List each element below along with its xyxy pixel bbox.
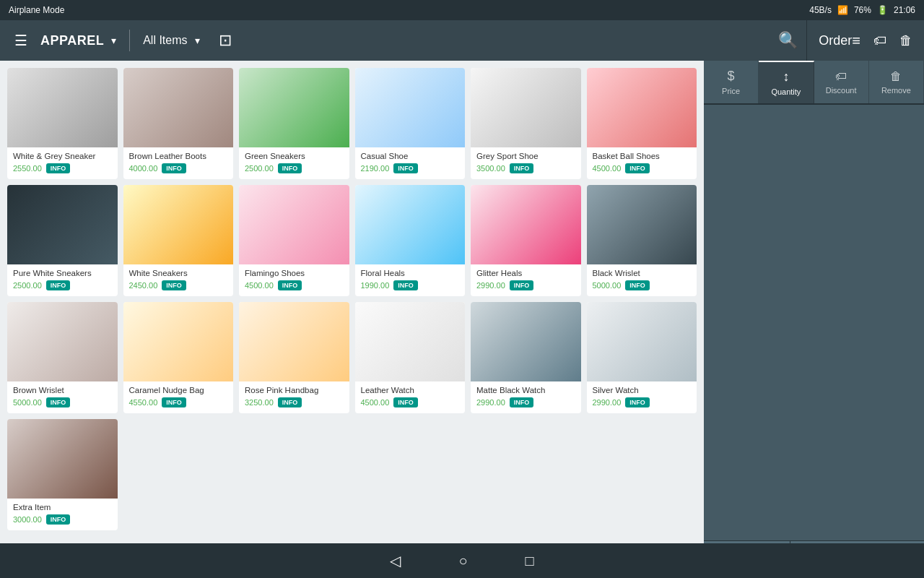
product-info: Leather Watch 4500.00 INFO [355, 381, 466, 413]
product-price-row: 4000.00 INFO [129, 163, 228, 173]
info-badge[interactable]: INFO [46, 397, 71, 407]
order-content [704, 105, 924, 540]
info-badge[interactable]: INFO [510, 280, 534, 290]
photo-icon[interactable]: ⊡ [219, 31, 232, 50]
info-badge[interactable]: INFO [162, 163, 186, 173]
product-info: Extra Item 3000.00 INFO [7, 499, 118, 530]
product-price-row: 2550.00 INFO [13, 163, 112, 173]
product-price: 4500.00 [593, 164, 622, 173]
product-name: Casual Shoe [361, 152, 460, 160]
product-price-row: 2500.00 INFO [245, 163, 344, 173]
product-price-row: 2990.00 INFO [593, 397, 692, 407]
product-card[interactable]: Pure White Sneakers 2500.00 INFO [7, 185, 118, 296]
product-card[interactable]: Glitter Heals 2990.00 INFO [471, 185, 581, 296]
info-badge[interactable]: INFO [510, 397, 534, 407]
info-badge[interactable]: INFO [278, 163, 302, 173]
product-card[interactable]: Brown Leather Boots 4000.00 INFO [123, 68, 234, 179]
product-card[interactable]: Caramel Nudge Bag 4550.00 INFO [123, 302, 234, 413]
product-price: 3500.00 [476, 164, 505, 173]
product-info: White Sneakers 2450.00 INFO [123, 264, 234, 296]
product-name: White & Grey Sneaker [13, 152, 112, 160]
app-name-label: APPAREL [40, 33, 104, 48]
top-bar: ☰ APPAREL ▾ All Items ▾ ⊡ 🔍 [0, 20, 806, 61]
tab-label-quantity: Quantity [771, 87, 801, 96]
product-card[interactable]: Silver Watch 2990.00 INFO [587, 302, 697, 413]
quantity-icon: ↕ [783, 69, 789, 85]
apparel-dropdown-icon[interactable]: ▾ [111, 35, 116, 46]
product-info: Pure White Sneakers 2500.00 INFO [7, 264, 118, 296]
product-name: Caramel Nudge Bag [129, 386, 228, 394]
product-card[interactable]: Floral Heals 1990.00 INFO [355, 185, 466, 296]
product-card[interactable]: Flamingo Shoes 4500.00 INFO [239, 185, 349, 296]
product-price: 3250.00 [245, 398, 274, 407]
product-image [239, 302, 349, 381]
product-card[interactable]: Black Wrislet 5000.00 INFO [587, 185, 697, 296]
status-bar-right: 45B/s 📶 76% 🔋 21:06 [809, 5, 915, 15]
info-badge[interactable]: INFO [393, 280, 418, 290]
product-card[interactable]: Rose Pink Handbag 3250.00 INFO [239, 302, 349, 413]
product-image [355, 185, 466, 264]
product-price: 1990.00 [361, 281, 390, 290]
order-tab-remove[interactable]: 🗑Remove [869, 61, 924, 103]
order-tab-price[interactable]: $Price [704, 61, 759, 103]
info-badge[interactable]: INFO [278, 280, 302, 290]
info-badge[interactable]: INFO [625, 163, 650, 173]
order-tab-discount[interactable]: 🏷Discount [814, 61, 869, 103]
product-card[interactable]: Leather Watch 4500.00 INFO [355, 302, 466, 413]
info-badge[interactable]: INFO [393, 397, 418, 407]
product-card[interactable]: Green Sneakers 2500.00 INFO [239, 68, 349, 179]
info-badge[interactable]: INFO [162, 397, 186, 407]
product-name: Silver Watch [593, 386, 692, 394]
info-badge[interactable]: INFO [278, 397, 302, 407]
product-name: Green Sneakers [245, 152, 344, 160]
list-icon[interactable]: ≡ [852, 33, 860, 49]
product-price-row: 5000.00 INFO [593, 280, 692, 290]
product-card[interactable]: White & Grey Sneaker 2550.00 INFO [7, 68, 118, 179]
product-card[interactable]: Grey Sport Shoe 3500.00 INFO [471, 68, 581, 179]
wifi-icon: 📶 [837, 5, 848, 15]
product-image [587, 185, 697, 264]
hamburger-menu-icon[interactable]: ☰ [9, 26, 33, 55]
product-price-row: 2500.00 INFO [13, 280, 112, 290]
tab-label-discount: Discount [826, 86, 857, 95]
delete-icon[interactable]: 🗑 [899, 33, 912, 48]
product-card[interactable]: Brown Wrislet 5000.00 INFO [7, 302, 118, 413]
all-items-dropdown-icon[interactable]: ▾ [195, 35, 200, 46]
tab-label-price: Price [722, 87, 740, 95]
tag-icon[interactable]: 🏷 [873, 33, 886, 48]
time-display: 21:06 [894, 5, 915, 15]
product-price: 4550.00 [129, 398, 158, 407]
order-tab-quantity[interactable]: ↕Quantity [759, 61, 814, 103]
network-speed: 45B/s [809, 5, 832, 15]
info-badge[interactable]: INFO [625, 397, 650, 407]
back-button[interactable]: ◁ [390, 552, 401, 569]
info-badge[interactable]: INFO [625, 280, 650, 290]
product-info: White & Grey Sneaker 2550.00 INFO [7, 147, 118, 179]
right-top-bar: Order ≡ 🏷 🗑 [806, 20, 924, 61]
product-image [7, 302, 118, 381]
recents-button[interactable]: □ [526, 553, 534, 569]
product-price: 2550.00 [13, 164, 42, 173]
airplane-mode-label: Airplane Mode [9, 5, 64, 15]
info-badge[interactable]: INFO [162, 280, 186, 290]
info-badge[interactable]: INFO [46, 163, 71, 173]
product-name: White Sneakers [129, 269, 228, 277]
product-name: Rose Pink Handbag [245, 386, 344, 394]
product-card[interactable]: Matte Black Watch 2990.00 INFO [471, 302, 581, 413]
product-card[interactable]: Casual Shoe 2190.00 INFO [355, 68, 466, 179]
all-items-label: All Items [143, 34, 187, 47]
product-card[interactable]: Basket Ball Shoes 4500.00 INFO [587, 68, 697, 179]
search-icon[interactable]: 🔍 [778, 31, 798, 50]
product-name: Matte Black Watch [476, 386, 575, 394]
info-badge[interactable]: INFO [46, 280, 71, 290]
product-card[interactable]: White Sneakers 2450.00 INFO [123, 185, 234, 296]
info-badge[interactable]: INFO [510, 163, 534, 173]
home-button[interactable]: ○ [458, 553, 467, 569]
product-card[interactable]: Extra Item 3000.00 INFO [7, 419, 118, 530]
product-info: Green Sneakers 2500.00 INFO [239, 147, 349, 179]
product-image [587, 68, 697, 147]
info-badge[interactable]: INFO [46, 514, 71, 525]
tab-label-remove: Remove [881, 86, 911, 95]
product-image [471, 68, 581, 147]
info-badge[interactable]: INFO [393, 163, 418, 173]
